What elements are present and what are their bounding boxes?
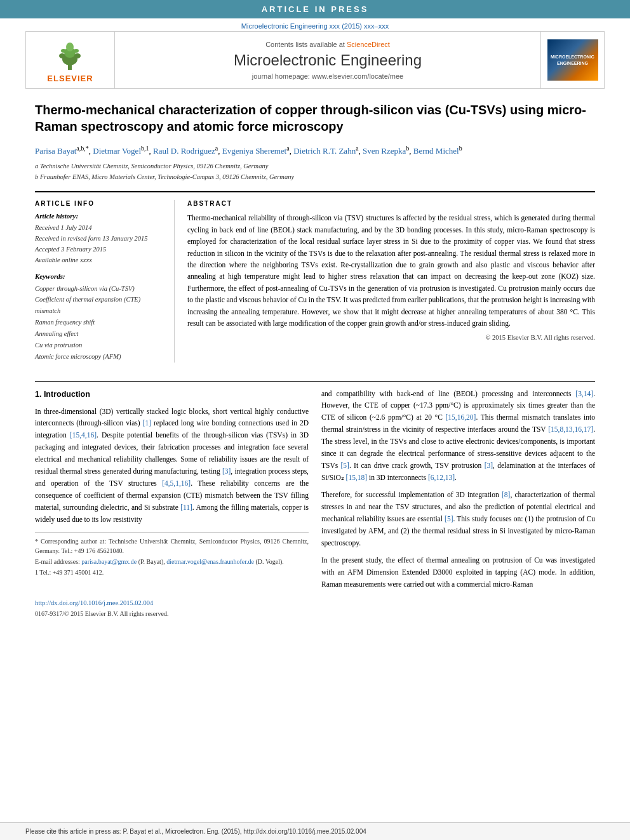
journal-logo: MICROELECTRONIC ENGINEERING xyxy=(547,39,598,81)
affiliations: a Technische Universität Chemnitz, Semic… xyxy=(35,161,595,183)
authors-line: Parisa Bayata,b,*, Dietmar Vogelb,1, Rau… xyxy=(35,143,595,157)
svg-point-3 xyxy=(66,43,74,51)
article-info-column: ARTICLE INFO Article history: Received 1… xyxy=(35,200,175,362)
journal-title-area: Contents lists available at ScienceDirec… xyxy=(115,32,540,88)
article-info-label: ARTICLE INFO xyxy=(35,200,164,207)
body-right-column: and compatibility with back-end of line … xyxy=(321,388,595,596)
body-left-column: 1. Introduction In three-dimensional (3D… xyxy=(35,388,309,596)
sciencedirect-link[interactable]: ScienceDirect xyxy=(347,41,390,48)
body-content: 1. Introduction In three-dimensional (3D… xyxy=(0,388,630,596)
article-in-press-banner: ARTICLE IN PRESS xyxy=(0,0,630,18)
svg-point-5 xyxy=(74,53,81,58)
article-content: Thermo-mechanical characterization of co… xyxy=(0,89,630,381)
elsevier-branding: ELSEVIER xyxy=(26,32,115,88)
article-title: Thermo-mechanical characterization of co… xyxy=(35,102,595,135)
footnote1: 1 Tel.: +49 371 45001 412. xyxy=(35,568,309,577)
affiliation-a: a Technische Universität Chemnitz, Semic… xyxy=(35,161,595,172)
footnote-corresponding: * Corresponding author at: Technische Un… xyxy=(35,537,309,556)
svg-point-6 xyxy=(61,49,66,53)
contents-line: Contents lists available at ScienceDirec… xyxy=(265,41,390,48)
journal-header: ELSEVIER Contents lists available at Sci… xyxy=(25,31,605,89)
intro-col1-p1: In three-dimensional (3D) vertically sta… xyxy=(35,406,309,526)
footnote-area: * Corresponding author at: Technische Un… xyxy=(35,532,309,577)
intro-col2-p3: In the present study, the effect of ther… xyxy=(321,554,595,590)
abstract-label: ABSTRACT xyxy=(187,200,595,207)
footnote-email: E-mail addresses: parisa.bayat@gmx.de (P… xyxy=(35,557,309,566)
affiliation-b: b Fraunhofer ENAS, Micro Materials Cente… xyxy=(35,172,595,183)
email2-link[interactable]: dietmar.vogel@enas.fraunhofer.de xyxy=(166,558,254,565)
history-title: Article history: xyxy=(35,212,164,220)
abstract-text: Thermo-mechanical reliability of through… xyxy=(187,212,595,329)
svg-point-4 xyxy=(59,53,65,58)
journal-title: Microelectronic Engineering xyxy=(234,51,422,69)
doi-area: http://dx.doi.org/10.1016/j.mee.2015.02.… xyxy=(0,596,630,622)
copyright-line: © 2015 Elsevier B.V. All rights reserved… xyxy=(187,334,595,341)
cite-bar: Please cite this article in press as: P.… xyxy=(0,822,630,840)
journal-homepage: journal homepage: www.elsevier.com/locat… xyxy=(252,72,403,80)
keywords-list: Copper through-silicon via (Cu-TSV) Coef… xyxy=(35,283,164,363)
keywords-title: Keywords: xyxy=(35,272,164,280)
journal-reference: Microelectronic Engineering xxx (2015) x… xyxy=(0,18,630,31)
intro-col2-p2: Therefore, for successful implementation… xyxy=(321,489,595,549)
elsevier-label: ELSEVIER xyxy=(47,74,93,83)
abstract-column: ABSTRACT Thermo-mechanical reliability o… xyxy=(187,200,595,362)
doi-link[interactable]: http://dx.doi.org/10.1016/j.mee.2015.02.… xyxy=(35,598,595,609)
svg-point-7 xyxy=(74,49,79,53)
cite-text: Please cite this article in press as: P.… xyxy=(25,828,366,835)
intro-col2-p1: and compatibility with back-end of line … xyxy=(321,388,595,484)
info-abstract-section: ARTICLE INFO Article history: Received 1… xyxy=(35,191,595,362)
journal-logo-area: MICROELECTRONIC ENGINEERING xyxy=(540,32,604,88)
intro-title: 1. Introduction xyxy=(35,388,309,401)
issn-line: 0167-9317/© 2015 Elsevier B.V. All right… xyxy=(35,609,595,619)
section-divider xyxy=(35,381,595,382)
email1-link[interactable]: parisa.bayat@gmx.de xyxy=(81,558,137,565)
article-history: Received 1 July 2014 Received in revised… xyxy=(35,223,164,265)
